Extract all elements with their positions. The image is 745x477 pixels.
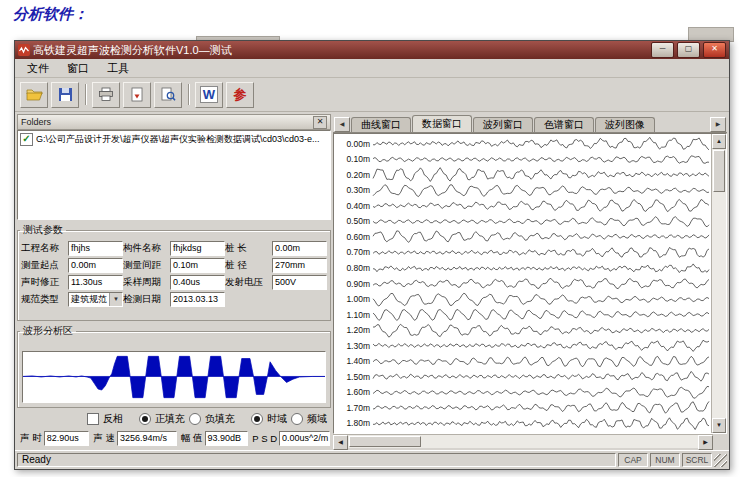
menu-file[interactable]: 文件 xyxy=(19,60,57,77)
sample-period-label: 采样周期 xyxy=(123,276,170,289)
minimize-button[interactable]: ─ xyxy=(651,42,674,58)
tab-wavelist-image[interactable]: 波列图像 xyxy=(595,117,655,132)
tab-curve-window[interactable]: 曲线窗口 xyxy=(351,117,411,132)
waveform-analysis-title: 波形分析区 xyxy=(20,324,76,338)
trace-row[interactable]: 1.50m xyxy=(334,369,709,385)
app-icon xyxy=(18,44,30,56)
trace-row[interactable]: 1.60m xyxy=(334,385,709,401)
trace-row[interactable]: 1.20m xyxy=(334,322,709,338)
menu-window[interactable]: 窗口 xyxy=(59,60,97,77)
resize-grip[interactable] xyxy=(714,454,727,467)
save-icon xyxy=(58,87,73,102)
word-export-button[interactable]: W xyxy=(195,82,223,108)
trace-row[interactable]: 0.90m xyxy=(334,276,709,292)
trace-row[interactable]: 1.70m xyxy=(334,400,709,416)
positive-fill-radio[interactable] xyxy=(139,413,151,425)
horizontal-scroll-area: ◀ ▶ xyxy=(333,434,727,448)
invert-checkbox[interactable] xyxy=(87,413,99,425)
pile-diameter-field[interactable]: 270mm xyxy=(272,258,327,273)
waveform-trace xyxy=(373,261,709,276)
waveform-trace xyxy=(373,400,709,415)
save-button[interactable] xyxy=(51,82,79,108)
trace-row[interactable]: 0.70m xyxy=(334,245,709,261)
time-domain-radio[interactable] xyxy=(251,413,263,425)
folder-path: G:\公司产品设计开发\超声仪器\超声仪实验检测数据调试\cd03\cd03-e… xyxy=(36,133,320,146)
folder-checkbox[interactable]: ✓ xyxy=(20,133,33,146)
depth-label: 0.40m xyxy=(334,201,373,211)
tab-scroll-right-button[interactable]: ▶ xyxy=(710,117,726,132)
folder-tree-item[interactable]: ✓ G:\公司产品设计开发\超声仪器\超声仪实验检测数据调试\cd03\cd03… xyxy=(20,133,328,146)
tab-scroll-left-button[interactable]: ◀ xyxy=(334,117,350,132)
project-name-field[interactable]: fhjhs xyxy=(68,241,123,256)
waveform-trace xyxy=(373,354,709,369)
trace-row[interactable]: 1.00m xyxy=(334,291,709,307)
trace-row[interactable]: 1.30m xyxy=(334,338,709,354)
trace-row[interactable]: 0.20m xyxy=(334,167,709,183)
tab-wavelist-window[interactable]: 波列窗口 xyxy=(473,117,533,132)
export-icon xyxy=(130,87,144,102)
vertical-scroll-thumb[interactable] xyxy=(713,150,725,192)
folders-close-button[interactable]: ✕ xyxy=(313,116,327,129)
folders-caption-bar: Folders ✕ xyxy=(17,114,331,130)
voltage-field[interactable]: 500V xyxy=(272,275,327,290)
scroll-down-button[interactable]: ▼ xyxy=(712,418,726,433)
pile-length-field[interactable]: 0.00m xyxy=(272,241,327,256)
menu-tools[interactable]: 工具 xyxy=(99,60,137,77)
scroll-right-button[interactable]: ▶ xyxy=(698,435,713,450)
trace-row[interactable]: 1.80m xyxy=(334,416,709,432)
component-name-field[interactable]: fhjkdsg xyxy=(170,241,225,256)
depth-label: 0.60m xyxy=(334,232,373,242)
test-date-field[interactable]: 2013.03.13 xyxy=(170,292,225,307)
export-button[interactable] xyxy=(123,82,151,108)
waveform-analysis-plot[interactable] xyxy=(22,351,326,403)
measure-spacing-field[interactable]: 0.10m xyxy=(170,258,225,273)
parameter-icon: 参 xyxy=(234,86,247,104)
trace-row[interactable]: 0.40m xyxy=(334,198,709,214)
negative-fill-radio[interactable] xyxy=(189,413,201,425)
maximize-button[interactable]: ▢ xyxy=(677,42,700,58)
amplitude-value[interactable]: 93.90dB xyxy=(205,431,249,446)
waveform-trace xyxy=(373,369,709,384)
print-button[interactable] xyxy=(92,82,120,108)
horizontal-scrollbar[interactable]: ◀ ▶ xyxy=(333,434,713,448)
trace-row[interactable]: 0.30m xyxy=(334,183,709,199)
freq-domain-radio[interactable] xyxy=(291,413,303,425)
toolbar-separator xyxy=(85,84,86,105)
trace-row[interactable]: 0.50m xyxy=(334,214,709,230)
pile-length-label: 桩 长 xyxy=(225,242,272,255)
preview-button[interactable] xyxy=(154,82,182,108)
depth-label: 0.10m xyxy=(334,154,373,164)
open-button[interactable] xyxy=(20,82,48,108)
trace-row[interactable]: 1.10m xyxy=(334,307,709,323)
sound-time-value[interactable]: 82.90us xyxy=(44,431,90,446)
time-domain-label: 时域 xyxy=(267,412,287,426)
sample-period-field[interactable]: 0.40us xyxy=(170,275,225,290)
waveform-trace xyxy=(373,183,709,198)
sound-speed-value[interactable]: 3256.94m/s xyxy=(117,431,177,446)
tab-spectrum-window[interactable]: 色谱窗口 xyxy=(534,117,594,132)
psd-value[interactable]: 0.00us^2/m xyxy=(279,431,330,446)
horizontal-scroll-thumb[interactable] xyxy=(349,436,421,447)
spec-type-select[interactable]: 建筑规范 ▼ xyxy=(68,292,123,307)
trace-row[interactable]: 0.60m xyxy=(334,229,709,245)
depth-label: 1.40m xyxy=(334,356,373,366)
window-titlebar[interactable]: 高铁建灵超声波检测分析软件V1.0—测试 ─ ▢ ✕ xyxy=(15,41,729,59)
time-correction-field[interactable]: 11.30us xyxy=(68,275,123,290)
trace-display[interactable]: 0.00m 0.10m 0.20m 0.30m 0.40m 0.50m 0.60… xyxy=(333,133,727,434)
parameter-button[interactable]: 参 xyxy=(226,82,254,108)
trace-row[interactable]: 0.80m xyxy=(334,260,709,276)
trace-row[interactable]: 1.40m xyxy=(334,353,709,369)
scroll-left-button[interactable]: ◀ xyxy=(333,435,348,450)
tab-data-window[interactable]: 数据窗口 xyxy=(412,115,472,132)
vertical-scrollbar[interactable]: ▲ ▼ xyxy=(711,134,726,433)
waveform-trace xyxy=(373,338,709,353)
test-parameters-title: 测试参数 xyxy=(20,223,66,237)
psd-label: P S D xyxy=(252,433,277,444)
scroll-up-button[interactable]: ▲ xyxy=(712,134,726,149)
trace-row[interactable]: 0.00m xyxy=(334,136,709,152)
depth-label: 1.60m xyxy=(334,387,373,397)
measure-start-field[interactable]: 0.00m xyxy=(68,258,123,273)
close-button[interactable]: ✕ xyxy=(703,42,726,58)
positive-fill-label: 正填充 xyxy=(155,412,185,426)
trace-row[interactable]: 0.10m xyxy=(334,152,709,168)
